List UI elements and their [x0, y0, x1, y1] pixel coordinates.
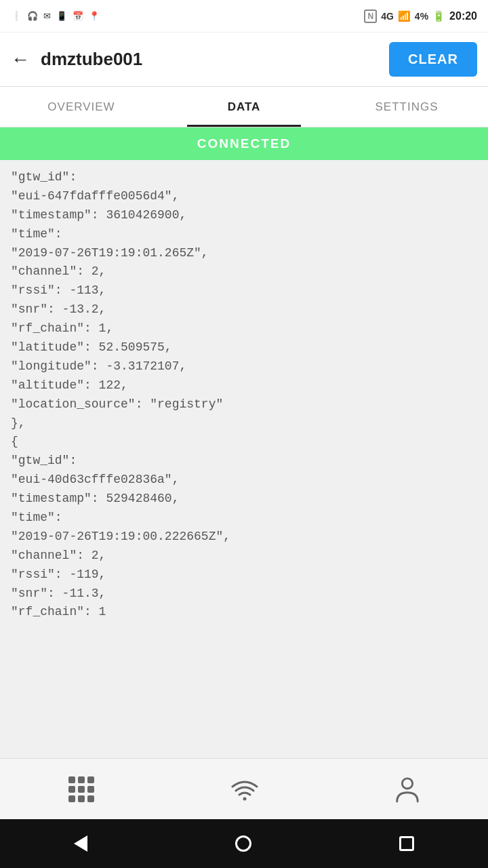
signal-bars-icon: 📶 — [398, 10, 411, 22]
data-line: "altitude": 122, — [11, 376, 477, 395]
battery-icon: 🔋 — [432, 10, 445, 22]
data-line: "eui-647fdafffe0056d4", — [11, 187, 477, 206]
back-button[interactable]: ← — [11, 49, 30, 71]
data-line: "rf_chain": 1, — [11, 319, 477, 338]
status-bar-right: N 4G 📶 4% 🔋 20:20 — [364, 9, 477, 23]
data-line: "longitude": -3.3172107, — [11, 357, 477, 376]
whatsapp-icon: 📱 — [56, 11, 67, 21]
network-type: 4G — [381, 11, 394, 22]
grid-icon — [68, 776, 94, 802]
svg-point-1 — [402, 778, 412, 788]
data-line: "time": — [11, 225, 477, 244]
nav-grid[interactable] — [68, 776, 94, 802]
svg-point-0 — [243, 797, 247, 800]
data-line: "channel": 2, — [11, 262, 477, 281]
status-bar: ❕ 🎧 ✉ 📱 📅 📍 N 4G 📶 4% 🔋 20:20 — [0, 0, 488, 33]
wifi-icon — [231, 777, 258, 802]
tab-settings[interactable]: SETTINGS — [325, 87, 488, 127]
recents-system-button[interactable] — [399, 836, 414, 851]
tabs-bar: OVERVIEW DATA SETTINGS — [0, 87, 488, 127]
data-line: "snr": -13.2, — [11, 300, 477, 319]
data-line: "channel": 2, — [11, 547, 477, 566]
nav-user[interactable] — [395, 776, 420, 803]
connected-bar: CONNECTED — [0, 127, 488, 160]
data-line: { — [11, 433, 477, 452]
nav-wifi[interactable] — [231, 777, 258, 802]
data-line: "gtw_id": — [11, 452, 477, 471]
user-icon — [395, 776, 420, 803]
tab-overview[interactable]: OVERVIEW — [0, 87, 163, 127]
data-line: "rssi": -119, — [11, 566, 477, 585]
nfc-icon: N — [364, 9, 377, 23]
calendar-icon: 📅 — [73, 11, 83, 21]
clock: 20:20 — [449, 10, 477, 22]
data-line: "timestamp": 529428460, — [11, 490, 477, 509]
data-content[interactable]: "gtw_id":"eui-647fdafffe0056d4", "timest… — [0, 160, 488, 758]
data-line: "timestamp": 3610426900, — [11, 206, 477, 225]
data-line: "eui-40d63cfffe02836a", — [11, 471, 477, 490]
battery-percent: 4% — [415, 11, 428, 22]
connected-label: CONNECTED — [197, 136, 291, 151]
back-system-button[interactable] — [74, 835, 87, 852]
page-title: dmztube001 — [41, 49, 142, 70]
data-line: "2019-07-26T19:19:01.265Z", — [11, 244, 477, 263]
gmail-icon: ✉ — [43, 11, 51, 21]
status-bar-icons: ❕ 🎧 ✉ 📱 📅 📍 — [11, 11, 100, 21]
data-line: "snr": -11.3, — [11, 585, 477, 604]
data-line: "2019-07-26T19:19:00.222665Z", — [11, 528, 477, 547]
system-nav — [0, 819, 488, 868]
top-bar: ← dmztube001 CLEAR — [0, 33, 488, 87]
home-system-button[interactable] — [235, 835, 251, 852]
headset-icon: 🎧 — [27, 11, 38, 21]
data-line: "gtw_id": — [11, 168, 477, 187]
data-line: "time": — [11, 509, 477, 528]
maps-icon: 📍 — [89, 11, 100, 21]
top-bar-left: ← dmztube001 — [11, 49, 142, 71]
data-line: "location_source": "registry" — [11, 395, 477, 414]
data-line: }, — [11, 414, 477, 433]
data-line: "rf_chain": 1 — [11, 603, 477, 622]
notification-icon: ❕ — [11, 11, 22, 21]
data-line: "rssi": -113, — [11, 281, 477, 300]
clear-button[interactable]: CLEAR — [389, 42, 477, 77]
bottom-nav — [0, 758, 488, 819]
tab-data[interactable]: DATA — [163, 87, 325, 127]
data-line: "latitude": 52.509575, — [11, 338, 477, 357]
